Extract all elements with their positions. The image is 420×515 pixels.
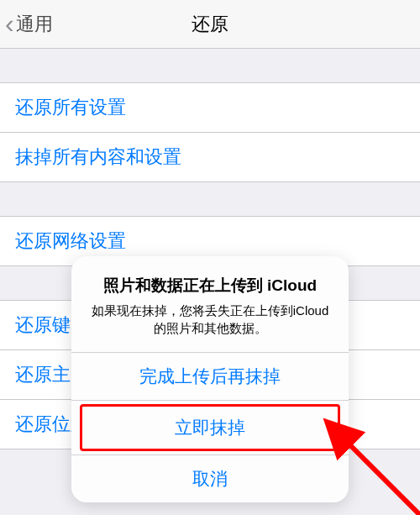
alert-buttons: 完成上传后再抹掉 立即抹掉 取消: [71, 352, 349, 502]
erase-now-wrapper: 立即抹掉: [71, 404, 349, 455]
erase-now-button[interactable]: 立即抹掉: [80, 404, 340, 451]
list-group-1: 还原所有设置 抹掉所有内容和设置: [0, 82, 420, 182]
cancel-button[interactable]: 取消: [71, 455, 349, 502]
alert-header: 照片和数据正在上传到 iCloud 如果现在抹掉，您将丢失正在上传到iCloud…: [71, 256, 349, 352]
finish-upload-button[interactable]: 完成上传后再抹掉: [71, 353, 349, 401]
reset-all-settings[interactable]: 还原所有设置: [0, 83, 420, 133]
alert-title: 照片和数据正在上传到 iCloud: [88, 275, 332, 297]
page-title: 还原: [192, 12, 228, 37]
nav-bar: ‹ 通用 还原: [0, 0, 420, 49]
alert-dialog: 照片和数据正在上传到 iCloud 如果现在抹掉，您将丢失正在上传到iCloud…: [71, 256, 349, 502]
chevron-left-icon: ‹: [5, 8, 14, 39]
erase-all-content[interactable]: 抹掉所有内容和设置: [0, 133, 420, 181]
back-label: 通用: [16, 12, 53, 37]
svg-line-1: [344, 439, 420, 515]
back-button[interactable]: ‹ 通用: [0, 8, 53, 39]
alert-message: 如果现在抹掉，您将丢失正在上传到iCloud的照片和其他数据。: [88, 302, 332, 337]
